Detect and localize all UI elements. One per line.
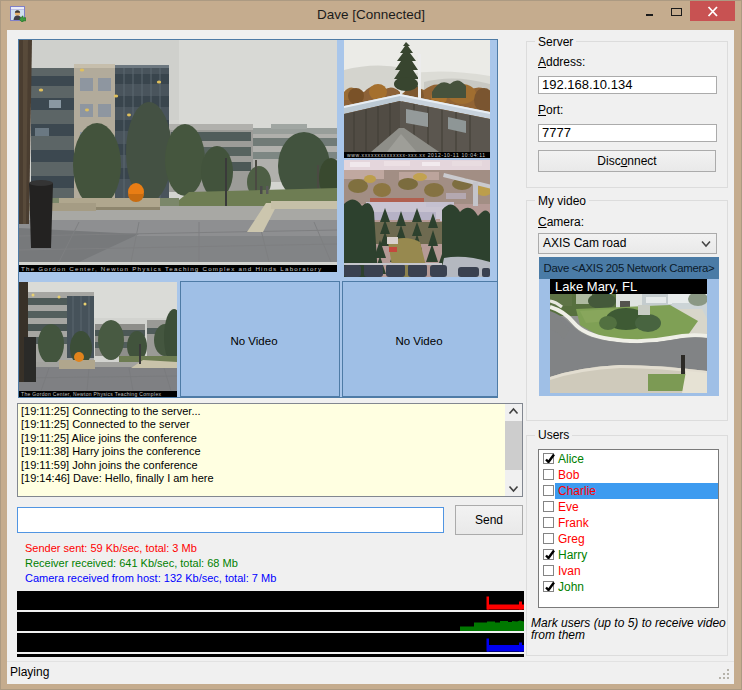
svg-text:The Gordon Center, Newton Phys: The Gordon Center, Newton Physics Teachi…: [21, 391, 162, 397]
svg-text:www.xxxxxxxxxxxxxx-xxx.xx 2: www.xxxxxxxxxxxxxx-xxx.xx 2012-10-11 10:…: [347, 152, 485, 158]
svg-text:The Gordon Center, Newton Phys: The Gordon Center, Newton Physics Teachi…: [21, 265, 322, 272]
svg-text:Lake Mary, FL: Lake Mary, FL: [555, 279, 637, 294]
